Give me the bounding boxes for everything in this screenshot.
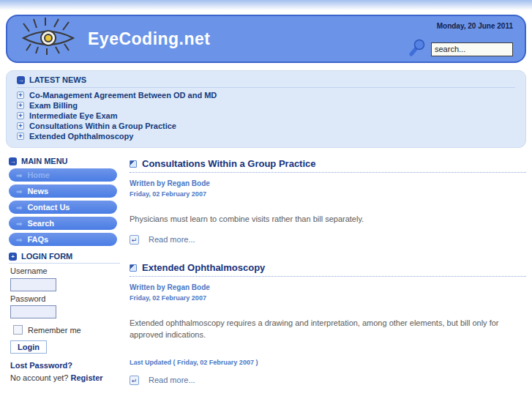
article-author: Written by Regan Bode (130, 283, 526, 291)
password-label: Password (10, 294, 120, 303)
register-row: No account yet? Register (10, 373, 120, 382)
read-more-row[interactable]: ↵ Read more... (130, 235, 526, 245)
module-arrow-icon: → (9, 157, 17, 165)
article-title-row: Consultations Within a Group Practice (130, 158, 526, 173)
news-link[interactable]: Co-Management Agreement Between OD and M… (29, 91, 217, 100)
news-item[interactable]: + Exam Billing (17, 100, 515, 111)
plus-square-icon: + (17, 133, 24, 140)
news-item[interactable]: + Intermediate Eye Exam (17, 111, 515, 121)
register-link[interactable]: Register (71, 373, 103, 382)
sidebar-item-label: Home (27, 171, 50, 179)
sidebar-item-label: FAQs (27, 235, 48, 244)
read-more-icon: ↵ (130, 235, 139, 245)
read-more-icon: ↵ (130, 376, 139, 385)
arrow-icon: ⇒ (16, 171, 22, 179)
username-label: Username (10, 266, 120, 275)
article: Consultations Within a Group Practice Wr… (130, 158, 526, 245)
arrow-icon: ⇒ (16, 187, 22, 195)
article-title-row: Extended Ophthalmoscopy (130, 262, 526, 277)
sidebar-item-home[interactable]: ⇒ Home (9, 168, 117, 182)
article-title-link[interactable]: Extended Ophthalmoscopy (142, 262, 265, 273)
password-field[interactable] (10, 305, 56, 318)
latest-news-module: → LATEST NEWS + Co-Management Agreement … (6, 70, 526, 148)
arrow-icon: ⇒ (16, 236, 22, 244)
eye-logo-icon (19, 16, 78, 61)
main-menu-header: → MAIN MENU (9, 157, 120, 165)
article-body: Physicians must learn to combine visits … (130, 214, 526, 225)
page-wrapper: EyeCoding.net Monday, 20 June 2011 → LAT… (0, 10, 532, 399)
article-date: Friday, 02 February 2007 (130, 294, 526, 302)
arrow-icon: ⇒ (16, 220, 22, 228)
arrow-icon: ⇒ (16, 204, 22, 212)
news-link[interactable]: Intermediate Eye Exam (29, 111, 117, 120)
lost-password-link[interactable]: Lost Password? (10, 361, 120, 370)
read-more-link[interactable]: Read more... (149, 235, 195, 244)
no-account-text: No account yet? (10, 373, 69, 382)
main-content: Consultations Within a Group Practice Wr… (130, 157, 526, 399)
remember-me-label: Remember me (28, 326, 81, 335)
remember-me-row: Remember me (13, 325, 120, 335)
plus-square-icon: + (17, 122, 24, 130)
article-author: Written by Regan Bode (130, 179, 526, 187)
news-item[interactable]: + Consultations Within a Group Practice (17, 121, 515, 131)
sidebar-item-label: Contact Us (27, 203, 70, 212)
sidebar-item-contact-us[interactable]: ⇒ Contact Us (9, 201, 117, 214)
latest-news-header: → LATEST NEWS (17, 75, 515, 88)
sidebar-item-search[interactable]: ⇒ Search (9, 217, 117, 230)
main-menu-title: MAIN MENU (21, 157, 68, 165)
sidebar: → MAIN MENU ⇒ Home ⇒ News ⇒ Contact Us ⇒… (6, 157, 120, 399)
read-more-row[interactable]: ↵ Read more... (130, 376, 526, 385)
remember-me-checkbox[interactable] (13, 325, 23, 335)
top-gradient-strip (0, 0, 532, 10)
search-input[interactable] (431, 42, 513, 56)
login-button[interactable]: Login (10, 340, 47, 354)
plus-square-icon: + (17, 112, 24, 119)
document-icon (130, 160, 137, 168)
login-form-title: LOGIN FORM (21, 252, 72, 261)
read-more-link[interactable]: Read more... (149, 376, 195, 384)
last-updated-text: Last Updated ( Friday, 02 February 2007 … (130, 359, 526, 366)
news-link[interactable]: Exam Billing (29, 101, 78, 110)
module-arrow-icon: → (17, 76, 25, 84)
login-form-header: + LOGIN FORM (9, 252, 120, 264)
article-body: Extended ophthalmoscopy requires a drawi… (130, 318, 526, 341)
document-icon (130, 264, 137, 272)
search-icon (408, 39, 426, 59)
sidebar-item-news[interactable]: ⇒ News (9, 184, 117, 198)
news-item[interactable]: + Co-Management Agreement Between OD and… (17, 90, 515, 100)
current-date: Monday, 20 June 2011 (437, 22, 513, 30)
plus-square-icon: + (17, 92, 24, 99)
sidebar-item-label: News (27, 187, 48, 195)
article-title-link[interactable]: Consultations Within a Group Practice (142, 158, 316, 169)
latest-news-title: LATEST NEWS (29, 75, 86, 84)
news-item[interactable]: + Extended Ophthalmoscopy (17, 131, 515, 141)
search-area (408, 39, 513, 59)
plus-square-icon: + (17, 102, 24, 109)
site-header: EyeCoding.net Monday, 20 June 2011 (6, 15, 526, 63)
sidebar-item-faqs[interactable]: ⇒ FAQs (9, 233, 117, 246)
article-date: Friday, 02 February 2007 (130, 190, 526, 198)
news-link[interactable]: Consultations Within a Group Practice (29, 122, 176, 130)
site-title: EyeCoding.net (88, 29, 211, 49)
news-link[interactable]: Extended Ophthalmoscopy (29, 132, 133, 141)
module-plus-icon: + (9, 253, 17, 261)
username-field[interactable] (10, 278, 56, 291)
sidebar-item-label: Search (27, 219, 54, 228)
article: Extended Ophthalmoscopy Written by Regan… (130, 262, 526, 385)
